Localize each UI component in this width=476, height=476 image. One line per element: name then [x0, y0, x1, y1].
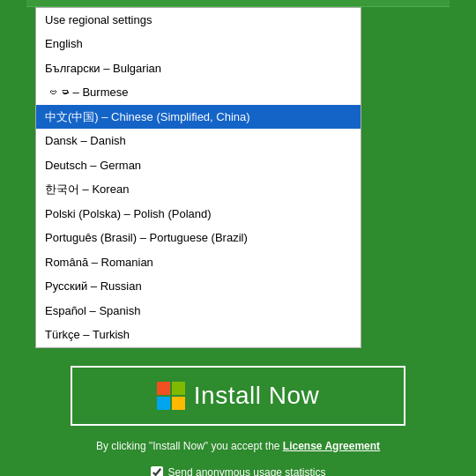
globe-icon: [33, 0, 49, 1]
installer-window: Use regional settings – ✕ Use regional s…: [26, 0, 450, 476]
anonymous-stats-row: Send anonymous usage statistics: [151, 466, 326, 477]
dropdown-item-burmese[interactable]: ဗမာ – Burmese: [36, 80, 361, 105]
dropdown-item-english[interactable]: English: [36, 32, 361, 56]
minimize-button[interactable]: –: [404, 0, 421, 2]
title-bar-controls: – ✕: [404, 0, 443, 2]
license-text: By clicking "Install Now" you accept the…: [96, 440, 380, 452]
dropdown-item-danish[interactable]: Dansk – Danish: [36, 129, 361, 153]
anonymous-stats-checkbox[interactable]: [151, 466, 163, 477]
dropdown-item-regional[interactable]: Use regional settings: [36, 8, 361, 33]
main-content: Install Now By clicking "Install Now" yo…: [26, 348, 450, 477]
license-agreement-link[interactable]: License Agreement: [283, 440, 380, 452]
install-button-label: Install Now: [194, 382, 319, 410]
anonymous-stats-label: Send anonymous usage statistics: [168, 466, 326, 477]
dropdown-item-russian[interactable]: Русский – Russian: [36, 274, 361, 299]
title-bar: Use regional settings – ✕: [26, 0, 450, 7]
windows-logo-icon: [157, 382, 185, 410]
language-dropdown-list[interactable]: Use regional settingsEnglishБългарски – …: [35, 7, 361, 348]
dropdown-item-portuguese[interactable]: Português (Brasil) – Portuguese (Brazil): [36, 226, 361, 250]
dropdown-item-polish[interactable]: Polski (Polska) – Polish (Poland): [36, 202, 361, 227]
dropdown-item-german[interactable]: Deutsch – German: [36, 153, 361, 178]
license-prefix: By clicking "Install Now" you accept the: [96, 440, 280, 452]
close-button[interactable]: ✕: [425, 0, 443, 2]
install-now-button[interactable]: Install Now: [71, 366, 405, 426]
language-dropdown-container: Use regional settingsEnglishБългарски – …: [35, 7, 441, 348]
dropdown-item-spanish[interactable]: Español – Spanish: [36, 299, 361, 324]
dropdown-item-korean[interactable]: 한국어 – Korean: [36, 177, 361, 202]
dropdown-item-bulgarian[interactable]: Български – Bulgarian: [36, 56, 361, 81]
dropdown-item-romanian[interactable]: Română – Romanian: [36, 250, 361, 275]
dropdown-item-chinese[interactable]: 中文(中国) – Chinese (Simplified, China): [36, 105, 361, 130]
dropdown-item-turkish[interactable]: Türkçe – Turkish: [36, 323, 361, 347]
